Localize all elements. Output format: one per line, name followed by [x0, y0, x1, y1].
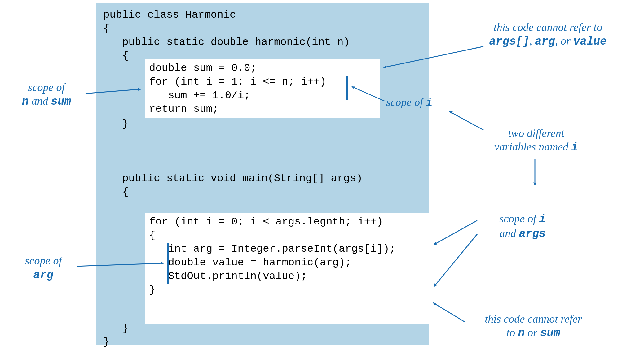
code-line: }	[103, 322, 129, 334]
annotation-scope-i-args: scope of i and args	[476, 212, 569, 241]
annotation-var: n	[22, 95, 29, 108]
annotation-text: , or	[555, 35, 573, 47]
code-line: StdOut.println(value);	[149, 270, 307, 282]
annotation-var: i	[426, 97, 433, 109]
arrow-scope-i-args-1	[434, 220, 477, 245]
annotation-cannot-refer-n-sum: this code cannot refer to n or sum	[461, 312, 606, 340]
code-line: {	[103, 186, 129, 198]
annotation-var: arg	[33, 269, 54, 281]
code-line: double sum = 0.0;	[149, 62, 257, 74]
code-line: public static double harmonic(int n)	[103, 36, 350, 48]
code-line: {	[149, 229, 155, 241]
scope-bar-i-top	[346, 76, 348, 100]
annotation-text: two different	[508, 127, 564, 139]
code-line: for (int i = 0; i < args.legnth; i++)	[149, 216, 383, 228]
annotation-scope-of-i: scope of i	[386, 95, 454, 110]
annotation-var: args	[519, 228, 545, 240]
annotation-var: value	[573, 35, 607, 48]
annotation-text: and	[29, 95, 51, 107]
code-line: int arg = Integer.parseInt(args[i]);	[149, 243, 396, 255]
code-line: public static void main(String[] args)	[103, 172, 363, 184]
arrow-scope-i-args-2	[434, 234, 477, 287]
annotation-var: i	[539, 213, 546, 226]
annotation-text: and	[499, 227, 519, 239]
code-line: public class Harmonic	[103, 9, 236, 21]
code-line: sum += 1.0/i;	[149, 89, 250, 101]
code-line: {	[103, 50, 129, 62]
annotation-var: i	[571, 141, 578, 154]
code-inner: double sum = 0.0; for (int i = 1; i <= n…	[145, 59, 380, 118]
code-line: for (int i = 1; i <= n; i++)	[149, 76, 326, 88]
annotation-text: scope of	[28, 81, 65, 94]
scope-bar-arg	[167, 243, 169, 284]
annotation-cannot-refer-args: this code cannot refer to args[], arg, o…	[467, 20, 629, 49]
annotation-text: ,	[529, 35, 535, 47]
code-inner: for (int i = 0; i < args.legnth; i++) { …	[145, 213, 429, 298]
annotation-var: args[]	[489, 35, 529, 48]
annotation-text: this code cannot refer to	[494, 21, 602, 33]
annotation-two-different-i: two different variables named i	[468, 126, 604, 154]
arrow-cannot-refer-n-sum	[433, 303, 465, 322]
code-block-main: for (int i = 0; i < args.legnth; i++) { …	[145, 213, 429, 324]
code-line: }	[149, 284, 155, 296]
annotation-var: sum	[540, 327, 560, 340]
annotation-var: n	[518, 327, 525, 340]
annotation-var: arg	[535, 35, 555, 48]
code-line: {	[103, 23, 109, 34]
annotation-text: or	[525, 326, 540, 339]
code-line: double value = harmonic(arg);	[149, 257, 351, 268]
annotation-text: variables named	[494, 141, 571, 153]
annotation-scope-n-sum: scope of n and sum	[9, 80, 84, 109]
annotation-text: scope of	[499, 212, 539, 225]
code-line: }	[103, 118, 129, 130]
annotation-text: scope of	[386, 96, 426, 108]
annotation-text: this code cannot refer	[485, 313, 582, 325]
annotation-text: scope of	[25, 254, 62, 267]
annotation-scope-arg: scope of arg	[12, 254, 74, 282]
annotation-text: to	[506, 326, 518, 339]
code-line: }	[103, 336, 109, 348]
code-line: return sum;	[149, 103, 218, 115]
code-block-harmonic: double sum = 0.0; for (int i = 1; i <= n…	[145, 59, 380, 118]
annotation-var: sum	[51, 95, 71, 108]
